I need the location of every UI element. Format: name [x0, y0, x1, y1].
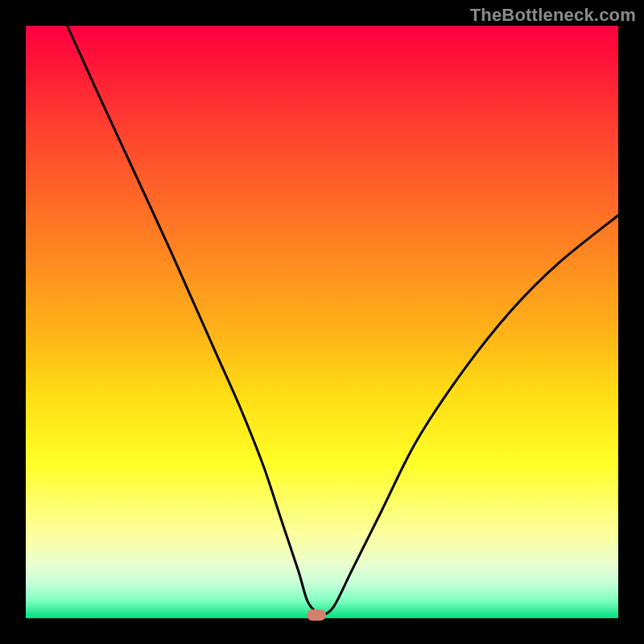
bottleneck-curve: [26, 26, 618, 618]
curve-path: [68, 26, 619, 616]
chart-stage: TheBottleneck.com: [0, 0, 644, 644]
watermark-label: TheBottleneck.com: [470, 5, 636, 26]
optimum-marker: [307, 609, 326, 621]
plot-area: [26, 26, 618, 618]
